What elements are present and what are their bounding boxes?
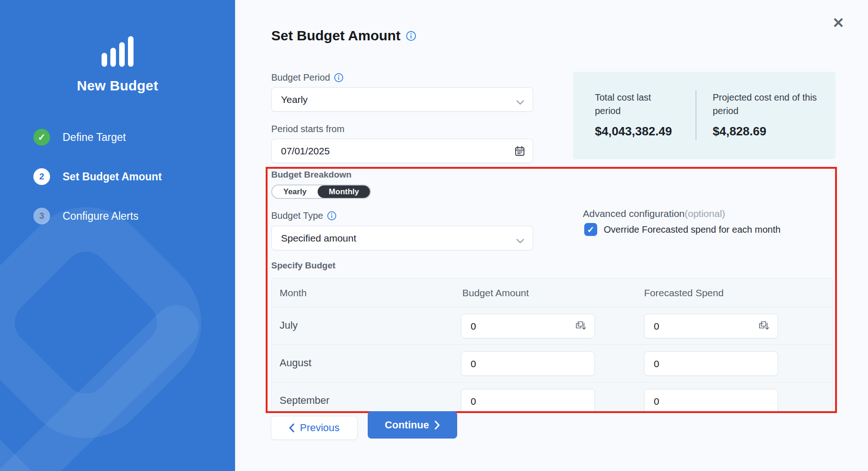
continue-button-label: Continue <box>385 419 429 431</box>
new-budget-modal: New Budget ✓ Define Target 2 Set Budget … <box>0 0 868 471</box>
budget-amount-input[interactable] <box>471 396 588 407</box>
column-header-month: Month <box>280 287 306 299</box>
advanced-configuration-text: Advanced configuration <box>583 208 685 219</box>
step-configure-alerts[interactable]: 3 Configure Alerts <box>33 208 162 224</box>
budget-amount-input[interactable] <box>471 321 572 332</box>
main-content: ✕ Set Budget Amount Budget Period Yearly… <box>235 0 868 471</box>
budget-period-select[interactable]: Yearly <box>271 87 533 112</box>
info-icon[interactable] <box>406 31 416 41</box>
budget-amount-input-wrap <box>461 351 595 376</box>
copy-down-icon[interactable] <box>755 318 771 334</box>
forecasted-spend-input-wrap <box>644 351 778 376</box>
forecasted-spend-input[interactable] <box>654 358 771 369</box>
table-header-row: Month Budget Amount Forecasted Spend <box>272 279 832 307</box>
budget-period-value: Yearly <box>281 94 523 105</box>
specify-budget-table: Month Budget Amount Forecasted Spend Jul… <box>271 278 833 413</box>
advanced-configuration-label: Advanced configuration(optional) <box>583 208 725 219</box>
forecasted-spend-input[interactable] <box>654 396 771 407</box>
previous-button-label: Previous <box>300 422 340 434</box>
budget-period-label: Budget Period <box>271 72 344 83</box>
toggle-option-monthly[interactable]: Monthly <box>318 185 370 198</box>
budget-type-value: Specified amount <box>281 233 523 244</box>
month-cell: July <box>280 319 298 331</box>
info-icon[interactable] <box>334 73 344 83</box>
wizard-title: New Budget <box>0 78 235 94</box>
cost-summary-card: Total cost last period $4,043,382.49 Pro… <box>573 72 836 159</box>
month-cell: August <box>280 357 312 369</box>
budget-type-select[interactable]: Specified amount <box>271 226 533 250</box>
column-header-forecasted-spend: Forecasted Spend <box>644 287 724 299</box>
check-circle-icon: ✓ <box>33 129 50 146</box>
vertical-divider <box>696 90 696 140</box>
step-define-target[interactable]: ✓ Define Target <box>33 129 162 146</box>
period-starts-label: Period starts from <box>271 124 345 134</box>
bar-chart-icon <box>0 36 235 67</box>
forecasted-spend-input[interactable] <box>654 321 755 332</box>
table-row-august: August <box>272 345 832 382</box>
step-number-badge: 3 <box>33 208 50 224</box>
chevron-right-icon <box>434 420 440 430</box>
copy-down-icon[interactable] <box>572 318 588 334</box>
page-title-text: Set Budget Amount <box>271 28 401 44</box>
step-label: Configure Alerts <box>63 210 139 223</box>
chevron-down-icon <box>516 235 524 246</box>
wizard-steps: ✓ Define Target 2 Set Budget Amount 3 Co… <box>33 129 162 247</box>
breakdown-toggle: Yearly Monthly <box>271 185 371 199</box>
budget-type-label: Budget Type <box>271 210 337 221</box>
budget-amount-input-wrap <box>461 389 595 413</box>
total-cost-label: Total cost last period <box>595 91 676 118</box>
chevron-down-icon <box>516 96 524 108</box>
previous-button[interactable]: Previous <box>271 416 357 440</box>
column-header-budget-amount: Budget Amount <box>462 287 529 299</box>
budget-amount-input-wrap <box>461 314 595 338</box>
step-set-budget-amount[interactable]: 2 Set Budget Amount <box>33 168 162 185</box>
period-start-date-input[interactable]: 07/01/2025 <box>271 139 533 163</box>
optional-suffix: (optional) <box>685 208 726 219</box>
close-icon[interactable]: ✕ <box>829 14 848 32</box>
step-label: Set Budget Amount <box>63 171 162 183</box>
table-row-july: July <box>272 307 832 345</box>
override-forecast-label: Override Forecasted spend for each month <box>604 224 780 235</box>
budget-type-label-text: Budget Type <box>271 210 323 221</box>
toggle-option-yearly[interactable]: Yearly <box>272 185 318 198</box>
wizard-sidebar: New Budget ✓ Define Target 2 Set Budget … <box>0 0 235 471</box>
projected-cost-value: $4,828.69 <box>713 124 819 139</box>
projected-cost-label: Projected cost end of this period <box>713 91 819 118</box>
chevron-left-icon <box>289 423 294 433</box>
total-cost-value: $4,043,382.49 <box>595 124 676 139</box>
forecasted-spend-input-wrap <box>644 389 778 413</box>
checkbox-checked-icon[interactable]: ✓ <box>584 223 597 236</box>
budget-breakdown-label: Budget Breakdown <box>271 170 351 180</box>
period-starts-label-text: Period starts from <box>271 124 345 134</box>
step-label: Define Target <box>63 131 126 144</box>
override-forecast-checkbox-row[interactable]: ✓ Override Forecasted spend for each mon… <box>584 223 780 236</box>
step-number-badge: 2 <box>33 168 50 185</box>
budget-amount-input[interactable] <box>471 358 588 369</box>
budget-period-label-text: Budget Period <box>271 72 330 83</box>
calendar-icon[interactable] <box>514 146 525 159</box>
period-start-date-value: 07/01/2025 <box>281 146 330 157</box>
page-title: Set Budget Amount <box>271 28 416 44</box>
month-cell: September <box>280 395 330 407</box>
continue-button[interactable]: Continue <box>368 411 457 439</box>
info-icon[interactable] <box>327 211 337 221</box>
forecasted-spend-input-wrap <box>644 314 778 338</box>
specify-budget-label: Specify Budget <box>271 261 335 271</box>
table-row-september: September <box>272 382 832 413</box>
